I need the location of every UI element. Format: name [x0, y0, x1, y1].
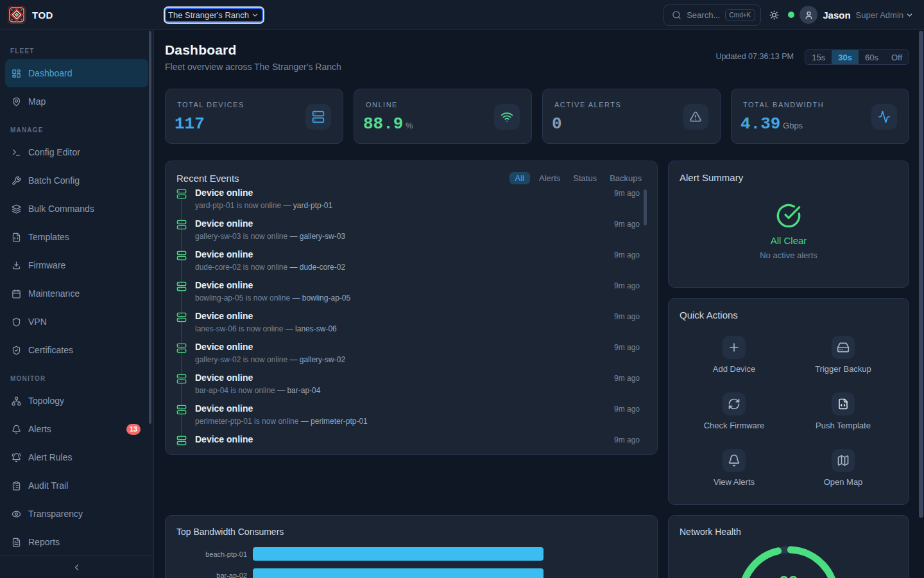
svg-text:88: 88 [780, 574, 798, 578]
